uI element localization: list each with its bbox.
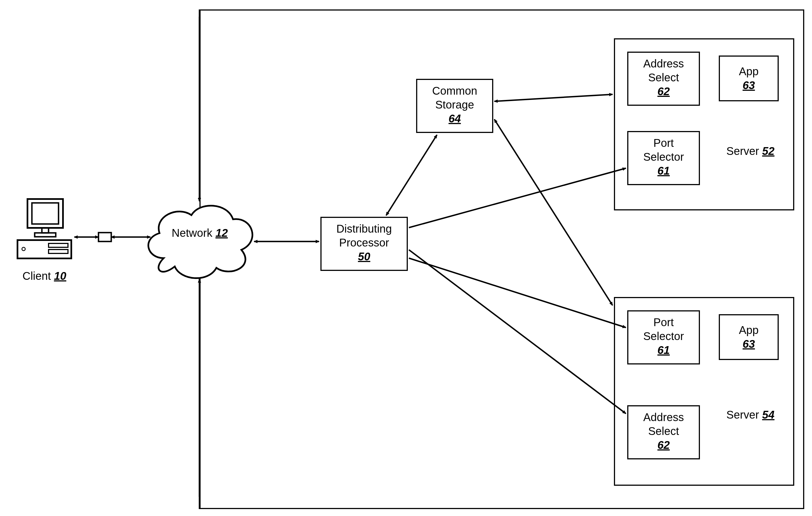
cs-to-s52 <box>494 94 612 101</box>
arrows-layer <box>0 0 812 516</box>
diagram-canvas: Client 10 Network 12 Distributing Proces… <box>0 0 812 516</box>
dp-cs-link <box>386 135 437 215</box>
dp-to-s54portsel <box>409 258 626 328</box>
svg-rect-9 <box>98 233 111 242</box>
dp-to-s52portsel <box>409 168 626 227</box>
client-network-link <box>74 233 150 242</box>
cs-to-s54 <box>494 119 612 305</box>
